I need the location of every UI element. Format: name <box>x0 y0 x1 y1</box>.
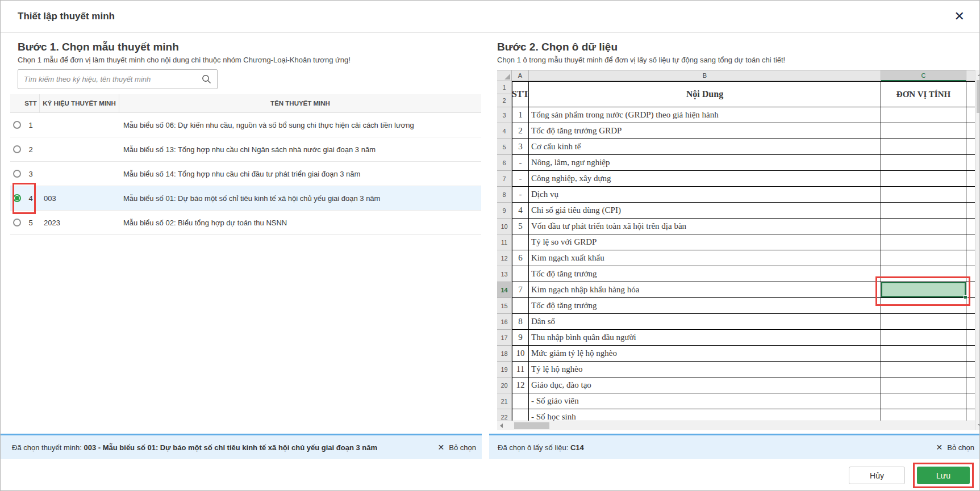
row-header[interactable]: 19 <box>497 362 512 377</box>
radio-button[interactable] <box>13 145 21 153</box>
horizontal-scrollbar[interactable] <box>497 421 975 430</box>
row-header-2[interactable]: 2 <box>497 94 512 107</box>
row-header[interactable]: 9 <box>497 203 512 219</box>
cell-c[interactable] <box>881 155 966 171</box>
cell-c[interactable] <box>881 298 966 314</box>
cell-b[interactable]: Tốc độ tăng trưởng GRDP <box>529 123 881 139</box>
row-header[interactable]: 16 <box>497 314 512 330</box>
cell-b[interactable]: Cơ cấu kinh tế <box>529 139 881 155</box>
cell-a[interactable]: 6 <box>512 250 529 266</box>
cell-a[interactable]: - <box>512 171 529 187</box>
cell-c[interactable] <box>881 377 966 393</box>
cell-c[interactable] <box>881 250 966 266</box>
cell-b[interactable]: Dịch vụ <box>529 187 881 203</box>
cell-c[interactable] <box>881 346 966 362</box>
step2-clear-selection-button[interactable]: ✕ Bỏ chọn <box>936 443 974 452</box>
template-table-row[interactable]: 3 Mẫu biểu số 14: Tổng hợp nhu cầu chi đ… <box>10 162 481 186</box>
cell-b[interactable]: Mức giảm tỷ lệ hộ nghèo <box>529 346 881 362</box>
cell-a[interactable] <box>512 266 529 282</box>
cell-c[interactable] <box>881 393 966 409</box>
cell-a[interactable] <box>512 409 529 421</box>
row-header[interactable]: 7 <box>497 171 512 187</box>
cell-a[interactable]: 10 <box>512 346 529 362</box>
cell-c[interactable] <box>881 139 966 155</box>
cell-b[interactable]: Kim ngạch nhập khẩu hàng hóa <box>529 282 881 298</box>
cell-b[interactable]: Tỷ lệ so với GRDP <box>529 234 881 250</box>
close-icon[interactable]: ✕ <box>952 8 967 25</box>
vertical-scrollbar[interactable] <box>975 70 980 430</box>
horizontal-scroll-thumb[interactable] <box>514 422 549 429</box>
cell-a[interactable]: 1 <box>512 107 529 123</box>
column-header-b[interactable]: B <box>529 70 881 81</box>
template-table-row[interactable]: 2 Mẫu biểu số 13: Tổng hợp nhu cầu chi N… <box>10 137 481 162</box>
header-cell-stt[interactable]: STT <box>512 81 529 107</box>
scroll-up-icon[interactable] <box>978 73 980 76</box>
cell-b[interactable]: Thu nhập bình quân đầu người <box>529 330 881 346</box>
cell-a[interactable]: 8 <box>512 314 529 330</box>
template-table-row[interactable]: 5 2023 Mẫu biểu số 02: Biểu tổng hợp dự … <box>10 211 481 235</box>
row-header[interactable]: 12 <box>497 250 512 266</box>
cell-b[interactable]: Tốc độ tăng trưởng <box>529 298 881 314</box>
row-header[interactable]: 21 <box>497 393 512 409</box>
cell-b[interactable]: Tốc độ tăng trưởng <box>529 266 881 282</box>
template-table-row[interactable]: 4 003 Mẫu biểu số 01: Dự báo một số chỉ … <box>10 186 481 211</box>
row-header[interactable]: 3 <box>497 107 512 123</box>
cell-b[interactable]: - Số học sinh <box>529 409 881 421</box>
cell-a[interactable]: - <box>512 187 529 203</box>
cell-c[interactable] <box>881 282 966 298</box>
row-header[interactable]: 6 <box>497 155 512 171</box>
cell-a[interactable] <box>512 234 529 250</box>
row-header[interactable]: 5 <box>497 139 512 155</box>
select-all-corner[interactable] <box>497 70 512 81</box>
cell-b[interactable]: Kim ngạch xuất khẩu <box>529 250 881 266</box>
cell-a[interactable]: 4 <box>512 203 529 219</box>
scroll-down-icon[interactable] <box>978 424 980 427</box>
header-cell-don-vi-tinh[interactable]: ĐƠN VỊ TÍNH <box>881 81 966 107</box>
template-table-row[interactable]: 1 Mẫu biểu số 06: Dự kiến nhu cầu, nguồn… <box>10 113 481 137</box>
cell-c[interactable] <box>881 107 966 123</box>
save-button[interactable]: Lưu <box>917 467 970 484</box>
cell-b[interactable]: - Số giáo viên <box>529 393 881 409</box>
row-header[interactable]: 17 <box>497 330 512 346</box>
row-header[interactable]: 11 <box>497 234 512 250</box>
cell-c[interactable] <box>881 123 966 139</box>
row-header[interactable]: 13 <box>497 266 512 282</box>
cell-c[interactable] <box>881 409 966 421</box>
cell-a[interactable] <box>512 298 529 314</box>
cell-c[interactable] <box>881 219 966 234</box>
column-header-a[interactable]: A <box>512 70 529 81</box>
radio-button[interactable] <box>13 170 21 178</box>
cancel-button[interactable]: Hủy <box>849 467 905 484</box>
search-input[interactable] <box>24 75 202 83</box>
cell-a[interactable]: 11 <box>512 362 529 377</box>
cell-c[interactable] <box>881 314 966 330</box>
row-header[interactable]: 20 <box>497 377 512 393</box>
vertical-scroll-thumb[interactable] <box>977 80 980 113</box>
scroll-left-icon[interactable] <box>500 423 503 428</box>
fill-handle[interactable] <box>964 295 968 299</box>
cell-a[interactable]: 7 <box>512 282 529 298</box>
column-header-c[interactable]: C <box>881 70 966 81</box>
radio-button[interactable] <box>13 194 21 202</box>
step1-clear-selection-button[interactable]: ✕ Bỏ chọn <box>438 443 476 452</box>
cell-b[interactable]: Tỷ lệ hộ nghèo <box>529 362 881 377</box>
cell-a[interactable]: 12 <box>512 377 529 393</box>
row-header[interactable]: 18 <box>497 346 512 362</box>
row-header[interactable]: 22 <box>497 409 512 421</box>
cell-c[interactable] <box>881 171 966 187</box>
row-header[interactable]: 14 <box>497 282 512 298</box>
cell-c[interactable] <box>881 266 966 282</box>
radio-button[interactable] <box>13 219 21 226</box>
cell-b[interactable]: Vốn đầu tư phát triển toàn xã hội trên đ… <box>529 219 881 234</box>
row-header[interactable]: 15 <box>497 298 512 314</box>
cell-c[interactable] <box>881 203 966 219</box>
cell-c[interactable] <box>881 362 966 377</box>
cell-b[interactable]: Tổng sản phẩm trong nước (GRDP) theo giá… <box>529 107 881 123</box>
cell-c[interactable] <box>881 234 966 250</box>
cell-a[interactable]: 5 <box>512 219 529 234</box>
cell-a[interactable]: 2 <box>512 123 529 139</box>
cell-a[interactable]: 9 <box>512 330 529 346</box>
row-header[interactable]: 8 <box>497 187 512 203</box>
radio-button[interactable] <box>13 121 21 129</box>
cell-a[interactable] <box>512 393 529 409</box>
